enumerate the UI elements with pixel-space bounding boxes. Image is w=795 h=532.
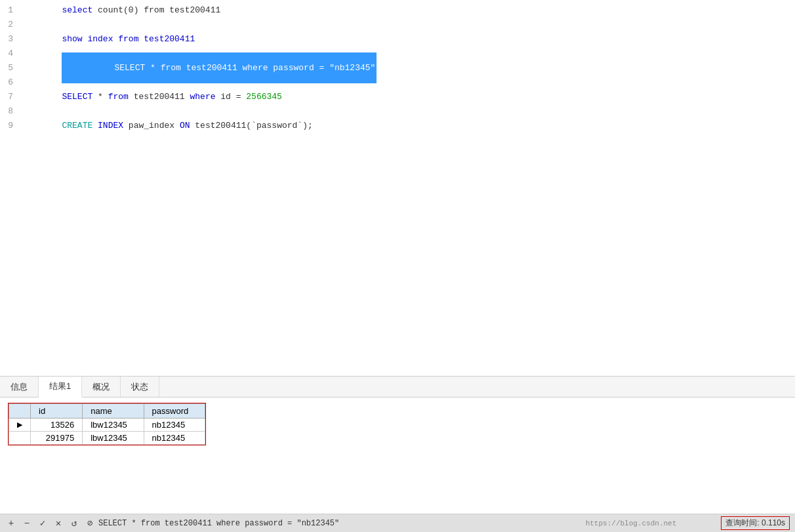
line-content-9: CREATE INDEX paw_index ON test200411(`pa… <box>21 111 795 140</box>
status-bar: + − ✓ ✕ ↺ ⊘ SELECT * from test200411 whe… <box>0 514 795 532</box>
status-query-text: SELECT * from test200411 where password … <box>98 519 339 528</box>
results-table-area: id name password ▶13526lbw12345nb1234529… <box>0 398 795 514</box>
bottom-panel: 信息 结果1 概况 状态 id name password <box>0 376 795 514</box>
table-row: ▶13526lbw12345nb12345 <box>9 419 205 432</box>
line-number-1: 1 <box>0 5 21 15</box>
results-table-wrapper: id name password ▶13526lbw12345nb1234529… <box>8 403 206 445</box>
table-header-row: id name password <box>9 404 205 419</box>
tab-results1[interactable]: 结果1 <box>39 377 82 398</box>
col-header-id: id <box>31 404 83 419</box>
tab-status[interactable]: 状态 <box>121 377 159 397</box>
cell-id: 13526 <box>31 419 83 432</box>
watermark: https://blog.csdn.net <box>586 520 677 527</box>
line-number-8: 8 <box>0 106 21 116</box>
line-number-5: 5 <box>0 63 21 73</box>
line-number-6: 6 <box>0 77 21 87</box>
cell-name: lbw12345 <box>83 419 144 432</box>
tab-info[interactable]: 信息 <box>0 377 39 397</box>
refresh-button[interactable]: ↺ <box>68 518 80 529</box>
code-editor[interactable]: 1 select count(0) from test200411 2 3 sh… <box>0 0 795 376</box>
editor-area: 1 select count(0) from test200411 2 3 sh… <box>0 0 795 376</box>
query-time: 查询时间: 0.110s <box>721 516 790 530</box>
code-line-9: 9 CREATE INDEX paw_index ON test200411(`… <box>0 118 795 133</box>
table-row: 291975lbw12345nb12345 <box>9 432 205 445</box>
line-number-3: 3 <box>0 34 21 44</box>
tab-overview[interactable]: 概况 <box>82 377 121 397</box>
cell-password: nb12345 <box>144 432 205 445</box>
code-line-5: 5 SELECT * from test200411 where passwor… <box>0 60 795 75</box>
tab-bar: 信息 结果1 概况 状态 <box>0 377 795 398</box>
results-table: id name password ▶13526lbw12345nb1234529… <box>9 403 205 445</box>
status-toolbar: + − ✓ ✕ ↺ ⊘ <box>5 518 96 529</box>
col-header-password: password <box>144 404 205 419</box>
code-line-1: 1 select count(0) from test200411 <box>0 3 795 17</box>
code-line-7: 7 SELECT * from test200411 where id = 25… <box>0 89 795 104</box>
header-indicator <box>9 404 31 419</box>
cancel-button[interactable]: ✕ <box>52 518 64 529</box>
line-number-7: 7 <box>0 92 21 102</box>
cell-password: nb12345 <box>144 419 205 432</box>
remove-button[interactable]: − <box>21 518 33 529</box>
line-number-9: 9 <box>0 121 21 131</box>
line-number-4: 4 <box>0 49 21 58</box>
col-header-name: name <box>83 404 144 419</box>
row-indicator <box>9 432 31 445</box>
stop-button[interactable]: ⊘ <box>84 518 96 529</box>
confirm-button[interactable]: ✓ <box>37 518 49 529</box>
cell-id: 291975 <box>31 432 83 445</box>
line-number-2: 2 <box>0 20 21 30</box>
row-indicator: ▶ <box>9 419 31 432</box>
add-button[interactable]: + <box>5 518 17 529</box>
cell-name: lbw12345 <box>83 432 144 445</box>
